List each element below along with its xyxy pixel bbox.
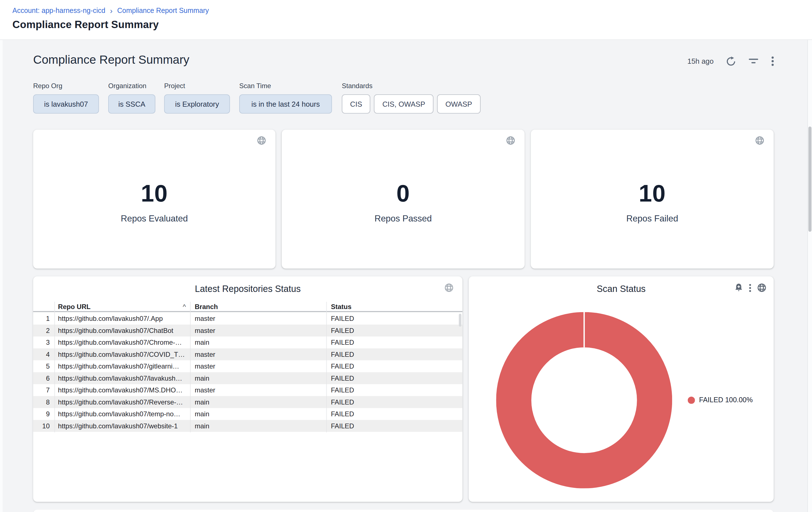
table-scrollbar-thumb[interactable] (459, 314, 461, 326)
filter-project-chip[interactable]: is Exploratory (164, 94, 230, 113)
status-cell[interactable]: FAILED (326, 315, 463, 323)
table-row[interactable]: 10 https://github.com/lavakush07/website… (33, 420, 462, 432)
globe-icon (257, 136, 266, 147)
branch-cell[interactable]: master (190, 386, 326, 394)
repo-url-cell[interactable]: https://github.com/lavakush07/temp-no… (54, 410, 190, 418)
branch-cell[interactable]: main (190, 374, 326, 382)
branch-cell[interactable]: master (190, 315, 326, 323)
table-row[interactable]: 7 https://github.com/lavakush07/MS.DHO… … (33, 384, 462, 396)
refresh-icon[interactable] (726, 56, 736, 66)
row-number: 4 (33, 351, 54, 358)
page-title: Compliance Report Summary (12, 19, 159, 30)
alert-bell-icon[interactable] (734, 283, 743, 292)
filter-standards-label: Standards (342, 82, 480, 90)
table-row[interactable]: 6 https://github.com/lavakush07/lavakush… (33, 372, 462, 384)
legend-swatch (688, 396, 695, 404)
filter-icon[interactable] (748, 57, 759, 65)
vertical-scrollbar[interactable] (807, 39, 812, 512)
breadcrumb-account-link[interactable]: Account: app-harness-ng-cicd (12, 7, 105, 15)
scan-status-card: Scan Status (468, 276, 774, 502)
row-number: 10 (33, 422, 54, 430)
status-cell[interactable]: FAILED (326, 422, 463, 430)
breadcrumb-current-link[interactable]: Compliance Report Summary (117, 7, 209, 15)
repo-url-cell[interactable]: https://github.com/lavakush07/Chrome-… (54, 339, 190, 346)
filter-repo-org-label: Repo Org (33, 82, 99, 90)
kebab-menu-icon[interactable] (749, 283, 751, 292)
screen: Account: app-harness-ng-cicd › Complianc… (0, 0, 812, 512)
branch-cell[interactable]: main (190, 398, 326, 406)
table-row[interactable]: 4 https://github.com/lavakush07/COVID_T…… (33, 348, 462, 360)
status-cell[interactable]: FAILED (326, 339, 463, 346)
row-number: 8 (33, 398, 54, 406)
filter-repo-org: Repo Org is lavakush07 (33, 82, 99, 114)
branch-cell[interactable]: master (190, 327, 326, 334)
repo-url-cell[interactable]: https://github.com/lavakush07/website-1 (54, 422, 190, 430)
breadcrumb-chevron-icon: › (110, 7, 112, 14)
sort-ascending-icon[interactable]: ^ (183, 303, 186, 311)
next-card-top-edge (33, 510, 774, 512)
globe-icon (506, 136, 515, 147)
status-cell[interactable]: FAILED (326, 410, 463, 418)
standards-option-cis-owasp[interactable]: CIS, OWASP (374, 94, 433, 113)
row-number: 6 (33, 374, 54, 382)
breadcrumb: Account: app-harness-ng-cicd › Complianc… (12, 7, 209, 15)
repo-url-cell[interactable]: https://github.com/lavakush07/gitlearni… (54, 362, 190, 370)
legend-item-failed[interactable]: FAILED 100.00% (688, 396, 753, 404)
vertical-scrollbar-thumb[interactable] (808, 127, 811, 232)
column-header-status[interactable]: Status (326, 303, 463, 311)
scan-status-donut-chart (496, 312, 672, 488)
repo-url-cell[interactable]: https://github.com/lavakush07/ChatBot (54, 327, 190, 334)
kebab-menu-icon[interactable] (771, 56, 774, 66)
status-cell[interactable]: FAILED (326, 398, 463, 406)
row-number: 5 (33, 362, 54, 370)
column-header-branch[interactable]: Branch (190, 303, 326, 311)
filter-scan-time-chip[interactable]: is in the last 24 hours (239, 94, 332, 113)
column-header-repo-url[interactable]: Repo URL ^ (54, 303, 190, 311)
repo-url-cell[interactable]: https://github.com/lavakush07/Reverse-… (54, 398, 190, 406)
globe-icon (444, 283, 454, 294)
branch-cell[interactable]: main (190, 422, 326, 430)
filter-project-label: Project (164, 82, 230, 90)
status-cell[interactable]: FAILED (326, 386, 463, 394)
status-cell[interactable]: FAILED (326, 374, 463, 382)
last-refreshed-label: 15h ago (688, 57, 714, 65)
repos-failed-label: Repos Failed (531, 213, 774, 225)
repos-evaluated-value: 10 (33, 179, 276, 208)
table-row[interactable]: 2 https://github.com/lavakush07/ChatBot … (33, 324, 462, 336)
table-header-row: Repo URL ^ Branch Status (33, 302, 462, 311)
donut-slice-failed[interactable] (514, 330, 655, 471)
table-row[interactable]: 3 https://github.com/lavakush07/Chrome-…… (33, 336, 462, 348)
repos-passed-value: 0 (282, 179, 525, 208)
row-number: 9 (33, 410, 54, 418)
branch-cell[interactable]: main (190, 410, 326, 418)
globe-icon (755, 136, 764, 147)
branch-cell[interactable]: master (190, 362, 326, 370)
standards-option-owasp[interactable]: OWASP (437, 94, 480, 113)
table-row[interactable]: 8 https://github.com/lavakush07/Reverse-… (33, 396, 462, 408)
repo-url-cell[interactable]: https://github.com/lavakush07/lavakush… (54, 374, 190, 382)
repo-url-cell[interactable]: https://github.com/lavakush07/MS.DHO… (54, 386, 190, 394)
branch-cell[interactable]: main (190, 339, 326, 346)
branch-cell[interactable]: master (190, 351, 326, 358)
repo-url-cell[interactable]: https://github.com/lavakush07/.App (54, 315, 190, 323)
globe-icon (757, 283, 766, 292)
tile-repos-passed: 0 Repos Passed (282, 130, 525, 269)
filter-scan-time: Scan Time is in the last 24 hours (239, 82, 332, 114)
scan-status-title: Scan Status (468, 282, 774, 296)
tile-repos-failed: 10 Repos Failed (531, 130, 774, 269)
filter-repo-org-chip[interactable]: is lavakush07 (33, 94, 99, 113)
filter-organization-chip[interactable]: is SSCA (108, 94, 155, 113)
filter-organization-label: Organization (108, 82, 155, 90)
row-number: 1 (33, 315, 54, 323)
status-cell[interactable]: FAILED (326, 362, 463, 370)
dashboard-title: Compliance Report Summary (33, 53, 189, 67)
table-row[interactable]: 1 https://github.com/lavakush07/.App mas… (33, 313, 462, 324)
status-cell[interactable]: FAILED (326, 327, 463, 334)
scan-status-actions (734, 283, 766, 292)
status-cell[interactable]: FAILED (326, 351, 463, 358)
table-header-divider (33, 311, 462, 312)
repo-url-cell[interactable]: https://github.com/lavakush07/COVID_T… (54, 351, 190, 358)
standards-option-cis[interactable]: CIS (342, 94, 370, 113)
table-row[interactable]: 5 https://github.com/lavakush07/gitlearn… (33, 360, 462, 372)
table-row[interactable]: 9 https://github.com/lavakush07/temp-no…… (33, 408, 462, 420)
